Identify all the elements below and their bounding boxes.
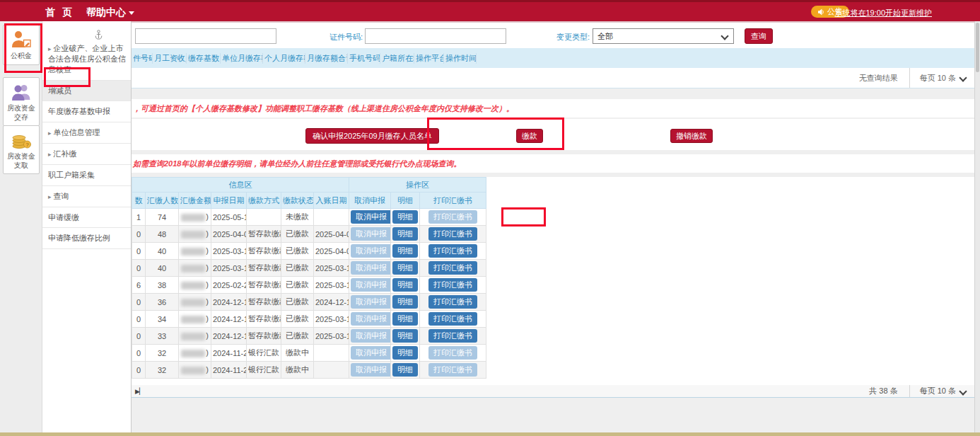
print-cell: 打印汇缴书 (420, 311, 486, 328)
rail-item-gongjijin[interactable]: 公积金 (3, 25, 40, 65)
amount-cell: ) (179, 328, 211, 345)
menu-item[interactable]: ▸单位信息管理 (42, 122, 131, 144)
search-button[interactable]: 查询 (745, 28, 773, 44)
detail-button[interactable]: 明细 (392, 261, 418, 275)
menu-item[interactable]: 申请降低缴存比例 (42, 228, 131, 249)
table-row: 040)2025-03-14暂存款缴款已缴款2025-03-14取消申报明细打印… (132, 260, 486, 277)
confirm-declare-button[interactable]: 确认申报2025年09月缴存人员名单 (305, 128, 439, 144)
declare-date-cell: 2024-11-22 (211, 345, 247, 362)
detail-button[interactable]: 明细 (392, 363, 418, 377)
print-remittance-button[interactable]: 打印汇缴书 (428, 261, 477, 275)
rail-item-label: 房改资金交存 (4, 104, 39, 122)
cancel-declare-cell: 取消申报 (349, 294, 391, 311)
print-remittance-button[interactable]: 打印汇缴书 (428, 244, 477, 258)
pay-status-cell: 缴款中 (281, 345, 314, 362)
change-type-label: 变更类型: (556, 32, 590, 42)
side-menu-panel: ▸企业破产、企业上市合法合规住房公积金信息核查增减员年度缴存基数申报▸单位信息管… (42, 21, 132, 436)
column-header: 件号码 (132, 53, 153, 64)
chevron-down-icon (721, 32, 728, 40)
rail-item-fanggai-jiaocun[interactable]: 房改资金交存 (3, 77, 40, 126)
amount-cell: ) (179, 294, 211, 311)
cancel-declare-cell: 取消申报 (349, 260, 391, 277)
detail-button[interactable]: 明细 (392, 312, 418, 326)
print-remittance-button[interactable]: 打印汇缴书 (428, 295, 477, 309)
column-header: 入账日期 (314, 193, 349, 209)
print-remittance-button[interactable]: 打印汇缴书 (428, 329, 477, 343)
table-row: 033)2024-12-12暂存款缴款已缴款2025-03-14取消申报明细打印… (132, 328, 486, 345)
menu-item[interactable]: 申请缓缴 (42, 207, 131, 229)
detail-button[interactable]: 明细 (392, 278, 418, 292)
detail-button[interactable]: 明细 (392, 329, 418, 343)
declare-date-cell: 2025-03-14 (211, 260, 247, 277)
detail-button[interactable]: 明细 (392, 244, 418, 258)
pay-method-cell (247, 209, 281, 226)
detail-button[interactable]: 明细 (392, 295, 418, 309)
detail-cell: 明细 (391, 311, 420, 328)
menu-item[interactable]: 职工户籍采集 (42, 165, 131, 186)
change-count-cell: 0 (132, 243, 146, 260)
print-remittance-button[interactable]: 打印汇缴书 (428, 278, 477, 292)
rail-item-fanggai-zhiqu[interactable]: ? 房改资金支取 (3, 125, 40, 174)
menu-item[interactable]: ▸查询 (42, 186, 131, 207)
cancel-declare-button: 取消申报 (351, 346, 391, 360)
print-remittance-button[interactable]: 打印汇缴书 (428, 227, 477, 241)
page-size-select[interactable]: 每页 10 条 (909, 385, 974, 397)
people-count-cell: 40 (146, 243, 179, 260)
amount-cell: ) (179, 226, 211, 243)
page-size-value: 每页 10 条 (920, 73, 956, 84)
menu-item[interactable]: 年度缴存基数申报 (42, 101, 131, 122)
people-count-cell: 74 (146, 209, 179, 226)
detail-cell: 明细 (391, 260, 420, 277)
pay-method-cell: 暂存款缴款 (247, 226, 281, 243)
detail-cell: 明细 (391, 277, 420, 294)
vertical-scrollbar[interactable] (974, 21, 980, 436)
nav-home-link[interactable]: 首 页 (45, 6, 74, 19)
menu-item-label: 申请降低缴存比例 (48, 234, 110, 242)
pay-status-cell: 已缴款 (281, 243, 314, 260)
redacted-amount (181, 299, 205, 306)
pay-method-cell: 银行汇款 (247, 362, 281, 379)
people-count-cell: 48 (146, 226, 179, 243)
remittance-table-head: 信息区 操作区 数汇缴人数汇缴金额申报日期缴款方式缴款状态入账日期取消申报明细打… (132, 178, 486, 209)
cancel-declare-button: 取消申报 (351, 261, 391, 275)
system-notice-link[interactable]: 系统将在19:00开始更新维护 (834, 8, 932, 18)
scroll-to-end-icon[interactable]: ▶▏ (132, 388, 144, 395)
cert-number-input[interactable] (365, 28, 506, 44)
nav-help-menu[interactable]: 帮助中心 (86, 6, 134, 19)
redacted-amount (181, 367, 205, 374)
page-size-select[interactable]: 每页 10 条 (909, 68, 974, 88)
pay-button[interactable]: 缴款 (516, 129, 543, 143)
unit-account-input[interactable] (135, 28, 276, 44)
print-cell: 打印汇缴书 (420, 328, 486, 345)
menu-item[interactable]: 增减员 (42, 81, 131, 102)
column-header: 单位月缴存额 (221, 53, 263, 64)
remittance-table: 信息区 操作区 数汇缴人数汇缴金额申报日期缴款方式缴款状态入账日期取消申报明细打… (132, 177, 486, 379)
print-cell: 打印汇缴书 (420, 277, 486, 294)
redacted-amount (181, 282, 205, 289)
menu-list: ▸企业破产、企业上市合法合规住房公积金信息核查增减员年度缴存基数申报▸单位信息管… (42, 38, 131, 249)
entry-date-cell: 2025-04-09 (314, 226, 349, 243)
detail-button[interactable]: 明细 (392, 210, 418, 224)
entry-date-cell: 2025-03-14 (314, 277, 349, 294)
people-count-cell: 38 (146, 277, 179, 294)
change-type-select[interactable]: 全部 (593, 28, 734, 44)
cert-number-label: 证件号码: (329, 32, 363, 42)
column-header: 手机号码 (348, 53, 380, 64)
cancel-declare-button[interactable]: 取消申报 (351, 210, 391, 224)
print-remittance-button[interactable]: 打印汇缴书 (428, 312, 477, 326)
menu-item[interactable]: ▸企业破产、企业上市合法合规住房公积金信息核查 (42, 38, 131, 81)
column-header: 申报日期 (211, 193, 247, 209)
detail-button[interactable]: 明细 (392, 227, 418, 241)
print-remittance-button: 打印汇缴书 (428, 210, 477, 224)
column-header: 户籍所在地 (380, 53, 414, 64)
column-header: 取消申报 (349, 193, 391, 209)
pay-status-cell: 已缴款 (281, 260, 314, 277)
declare-date-cell: 2025-03-14 (211, 243, 247, 260)
change-count-cell: 0 (132, 226, 146, 243)
scrollbar-thumb[interactable] (976, 23, 979, 72)
menu-item[interactable]: ▸汇补缴 (42, 144, 131, 165)
entry-date-cell: 2024-12-18 (314, 294, 349, 311)
redacted-amount (181, 214, 205, 222)
revoke-payment-button[interactable]: 撤销缴款 (670, 129, 713, 143)
detail-button[interactable]: 明细 (392, 346, 418, 360)
